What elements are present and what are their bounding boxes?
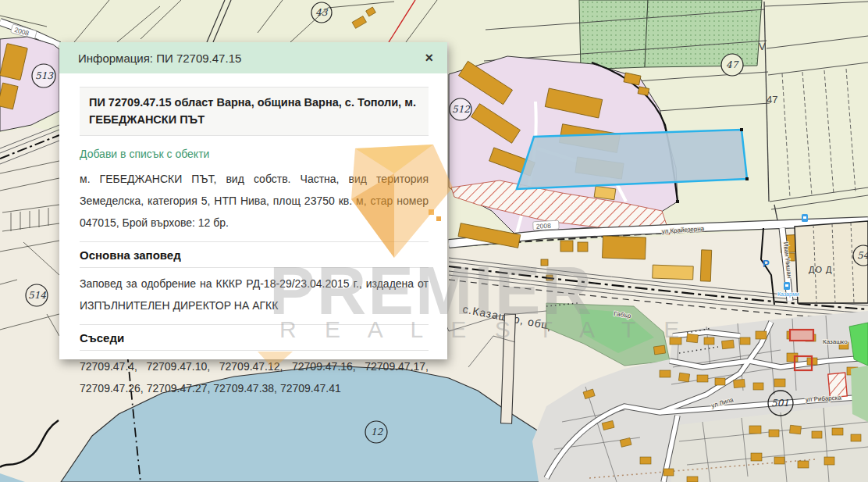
neighbors-list: 72709.47.4, 72709.47.10, 72709.47.12, 72…	[80, 355, 429, 399]
kazarmi-parcel: 54 ДО Д	[795, 221, 868, 303]
svg-text:12: 12	[371, 427, 384, 437]
order-text: Заповед за одобрение на КККР РД-18-29/23…	[80, 273, 429, 316]
svg-text:43: 43	[315, 7, 329, 18]
kazashko-label: Казашко	[823, 338, 848, 345]
section-order-title: Основна заповед	[80, 241, 429, 268]
close-icon[interactable]: ×	[425, 51, 433, 65]
popup-header: Информация: ПИ 72709.47.15 ×	[59, 42, 447, 73]
green-parcel-light	[851, 366, 868, 422]
popup-title: Информация: ПИ 72709.47.15	[78, 52, 241, 65]
svg-text:2008: 2008	[536, 222, 552, 230]
svg-text:ДО Д: ДО Д	[809, 265, 833, 274]
parcel-circle-47: 47	[721, 54, 743, 76]
svg-text:514: 514	[28, 290, 46, 301]
svg-text:501: 501	[771, 398, 789, 409]
popup-body: ПИ 72709.47.15 област Варна, община Варн…	[59, 73, 447, 399]
light-building	[653, 265, 694, 280]
parking-icon: P	[763, 258, 770, 270]
block-47-label: 47	[767, 94, 777, 105]
parcel-heading: ПИ 72709.47.15 област Варна, община Варн…	[80, 87, 429, 136]
parcel-details: м. ГЕБЕДЖАНСКИ ПЪТ, вид собств. Частна, …	[80, 168, 429, 234]
info-popup: Информация: ПИ 72709.47.15 × ПИ 72709.47…	[59, 42, 447, 359]
svg-text:512: 512	[452, 104, 471, 115]
road-label-2008: 2008	[533, 220, 560, 230]
svg-text:513: 513	[35, 70, 54, 81]
screenshot-root: 2008 513 514 43	[0, 0, 868, 482]
add-to-list-link[interactable]: Добави в списък с обекти	[80, 148, 429, 160]
zone-v-label: V	[759, 41, 766, 52]
kazarmi-label: Казарми	[777, 291, 799, 298]
svg-text:54: 54	[857, 250, 868, 261]
section-neighbors-title: Съседи	[80, 324, 429, 351]
svg-text:47: 47	[726, 59, 739, 70]
